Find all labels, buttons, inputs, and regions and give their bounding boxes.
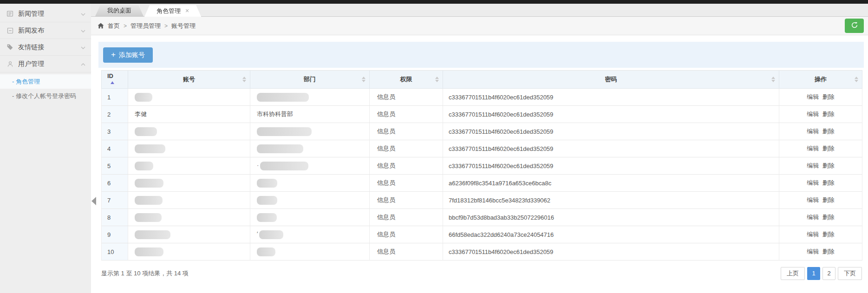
delete-link[interactable]: 删除: [822, 248, 835, 255]
results-summary: 显示第 1 至 10 项结果，共 14 项: [101, 269, 189, 278]
edit-link[interactable]: 编辑: [807, 231, 819, 238]
id-cell: 4: [102, 140, 128, 157]
sidebar-item-role-management[interactable]: - 角色管理: [0, 74, 91, 89]
edit-link[interactable]: 编辑: [807, 145, 819, 152]
table-row: 2李健市科协科普部信息员c33367701511b4f6020ec61ded35…: [102, 106, 862, 123]
permission-cell: 信息员: [370, 175, 443, 192]
add-account-button[interactable]: + 添加账号: [103, 47, 153, 63]
refresh-button[interactable]: [845, 19, 864, 33]
password-hash: c33367701511b4f6020ec61ded352059: [449, 111, 553, 118]
breadcrumb-admin-management[interactable]: 管理员管理: [131, 22, 161, 30]
accounts-table-wrap: ID账号部门权限密码操作 1信息员c33367701511b4f6020ec61…: [101, 70, 862, 260]
row-id: 10: [107, 248, 114, 255]
top-dark-bar: [0, 0, 868, 4]
delete-link[interactable]: 删除: [822, 128, 835, 135]
password-cell: bbcf9b7d53d8bad3ab33b25072296016: [443, 209, 779, 226]
table-row: 8信息员bbcf9b7d53d8bad3ab33b25072296016编辑 删…: [102, 209, 862, 226]
delete-link[interactable]: 删除: [822, 214, 835, 221]
redacted-text: [135, 144, 165, 153]
home-icon: [98, 23, 104, 29]
password-hash: c33367701511b4f6020ec61ded352059: [449, 145, 553, 152]
password-hash: 7fd18312bf8146bcc5e34823fd339062: [449, 197, 550, 204]
delete-link[interactable]: 删除: [822, 162, 835, 169]
department-cell: [250, 175, 370, 192]
delete-link[interactable]: 删除: [822, 93, 835, 100]
page-button-1[interactable]: 1: [807, 267, 820, 280]
sidebar-item-user-management[interactable]: 用户管理: [0, 56, 91, 72]
sidebar-item-news-management[interactable]: 新闻管理: [0, 6, 91, 22]
refresh-icon: [851, 21, 858, 30]
column-header-permission[interactable]: 权限: [370, 71, 443, 89]
department-cell: [250, 209, 370, 226]
edit-link[interactable]: 编辑: [807, 214, 819, 221]
delete-link[interactable]: 删除: [822, 196, 835, 203]
actions-cell: 编辑 删除: [779, 226, 862, 243]
redacted-text: [135, 213, 162, 222]
permission-value: 信息员: [377, 196, 395, 203]
account-cell: 李健: [128, 106, 250, 123]
chevron-down-icon: [81, 10, 85, 18]
column-header-actions[interactable]: 操作: [779, 71, 862, 89]
chevron-up-icon: [81, 60, 85, 68]
delete-link[interactable]: 删除: [822, 179, 835, 186]
redacted-text: [135, 162, 153, 170]
delete-link[interactable]: 删除: [822, 111, 835, 117]
department-cell: [250, 192, 370, 209]
account-cell: [128, 140, 250, 157]
actions-cell: 编辑 删除: [779, 106, 862, 123]
table-row: 1信息员c33367701511b4f6020ec61ded352059编辑 删…: [102, 89, 862, 106]
password-cell: c33367701511b4f6020ec61ded352059: [443, 140, 779, 157]
department-cell-value: 市科协科普部: [257, 111, 293, 117]
edit-link[interactable]: 编辑: [807, 128, 819, 135]
password-cell: c33367701511b4f6020ec61ded352059: [443, 106, 779, 123]
password-cell: c33367701511b4f6020ec61ded352059: [443, 157, 779, 175]
redacted-text: [135, 93, 152, 102]
row-id: 6: [107, 180, 111, 187]
password-cell: c33367701511b4f6020ec61ded352059: [443, 243, 779, 260]
prev-page-button[interactable]: 上页: [781, 267, 805, 280]
edit-link[interactable]: 编辑: [807, 162, 819, 169]
chevron-down-icon: [81, 27, 85, 34]
edit-link[interactable]: 编辑: [807, 179, 819, 186]
column-label: ID: [107, 72, 113, 79]
tab-my-desktop[interactable]: 我的桌面: [95, 5, 144, 16]
edit-link[interactable]: 编辑: [807, 111, 819, 117]
page-button-2[interactable]: 2: [822, 267, 835, 280]
sidebar-item-news-publish[interactable]: 新闻发布: [0, 22, 91, 39]
column-header-password[interactable]: 密码: [443, 71, 779, 89]
redacted-text: [135, 247, 163, 256]
permission-cell: 信息员: [370, 243, 443, 260]
redacted-text: [257, 179, 277, 188]
actions-cell: 编辑 删除: [779, 157, 862, 175]
breadcrumb-home[interactable]: 首页: [108, 22, 120, 30]
breadcrumb: 首页 > 管理员管理 > 账号管理: [91, 17, 868, 35]
department-cell: ·: [250, 157, 370, 175]
column-header-id[interactable]: ID: [102, 71, 128, 89]
next-page-button[interactable]: 下页: [838, 267, 862, 280]
sidebar-item-friend-links[interactable]: 友情链接: [0, 39, 91, 56]
redacted-text: [260, 162, 308, 170]
tab-label: 我的桌面: [107, 7, 131, 14]
redacted-prefix: ′: [257, 230, 258, 237]
sidebar-item-change-password[interactable]: - 修改个人帐号登录密码: [0, 89, 91, 103]
password-cell: 66fd58edac322dd6240a73ce24054716: [443, 226, 779, 243]
permission-value: 信息员: [377, 248, 395, 255]
edit-link[interactable]: 编辑: [807, 248, 819, 255]
permission-value: 信息员: [377, 231, 395, 238]
sidebar-collapse-icon[interactable]: [91, 197, 96, 205]
delete-link[interactable]: 删除: [822, 145, 835, 152]
close-icon[interactable]: ×: [185, 7, 189, 14]
sidebar-item-label: 新闻管理: [18, 10, 78, 18]
column-header-department[interactable]: 部门: [250, 71, 370, 89]
sidebar-item-label: 新闻发布: [18, 26, 78, 35]
main-area: 我的桌面 角色管理× 首页 > 管理员管理 > 账号管理 + 添加账号: [91, 4, 868, 293]
delete-link[interactable]: 删除: [822, 231, 835, 238]
edit-link[interactable]: 编辑: [807, 93, 819, 100]
tab-role-management[interactable]: 角色管理×: [144, 5, 201, 17]
edit-link[interactable]: 编辑: [807, 196, 819, 203]
actions-cell: 编辑 删除: [779, 209, 862, 226]
password-cell: a6236f09f8c3541a9716a653ce6bca8c: [443, 175, 779, 192]
column-header-account[interactable]: 账号: [128, 71, 250, 89]
pagination: 上页 1 2 下页: [781, 267, 862, 280]
password-hash: 66fd58edac322dd6240a73ce24054716: [449, 231, 554, 238]
